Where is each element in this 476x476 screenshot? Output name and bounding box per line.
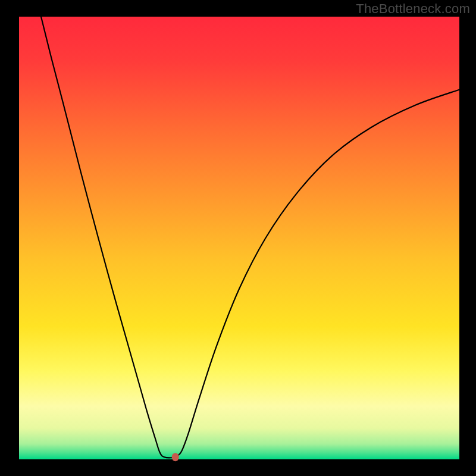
plot-background xyxy=(19,17,459,459)
chart-frame: TheBottleneck.com xyxy=(0,0,476,476)
minimum-marker xyxy=(172,453,179,461)
watermark-text: TheBottleneck.com xyxy=(356,1,470,17)
bottleneck-chart xyxy=(0,0,476,476)
